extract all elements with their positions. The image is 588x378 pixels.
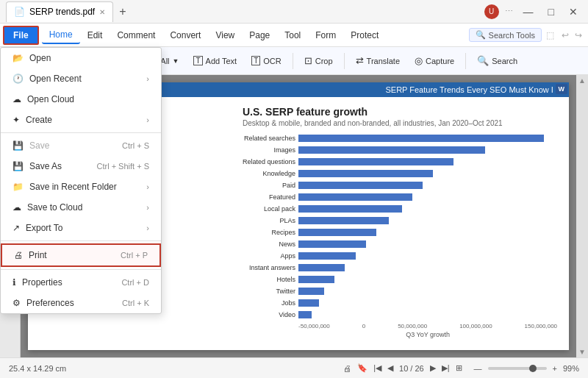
file-menu[interactable]: File [3, 26, 39, 45]
zoom-in-button[interactable]: + [553, 364, 557, 373]
export-arrow: › [146, 224, 149, 232]
menu-edit[interactable]: Edit [80, 27, 110, 43]
file-dropdown: 📂Open 🕐Open Recent › ☁Open Cloud ✦Create… [0, 47, 162, 314]
translate-button[interactable]: ⇄ Translate [349, 51, 406, 70]
menu-view[interactable]: View [208, 27, 242, 43]
properties-shortcut: Ctrl + D [121, 278, 149, 287]
dropdown-open-recent[interactable]: 🕐Open Recent › [1, 68, 161, 89]
save-label: Save [29, 140, 49, 151]
capture-label: Capture [426, 57, 454, 65]
toolbar-icon1[interactable]: ⬚ [542, 30, 559, 40]
menu-dots[interactable]: ⋯ [505, 7, 513, 16]
create-arrow-icon: › [146, 115, 149, 124]
next-page-button[interactable]: ▶| [442, 363, 450, 373]
bar-13 [298, 288, 324, 295]
add-text-button[interactable]: T Add Text [187, 52, 243, 69]
bar-row-7 [298, 215, 557, 226]
toolbar-icon2[interactable]: ↩ [559, 30, 572, 40]
ocr-label: OCR [263, 57, 281, 65]
close-button[interactable]: ✕ [564, 4, 582, 19]
crop-label: Crop [315, 57, 333, 65]
menu-tool[interactable]: Tool [277, 27, 308, 43]
bar-row-14 [298, 298, 557, 308]
properties-icon: ℹ [12, 277, 16, 288]
scroll-up-button[interactable]: ▲ [578, 76, 586, 85]
search-button[interactable]: 🔍 Search [470, 51, 524, 70]
menu-home[interactable]: Home [42, 26, 80, 44]
dropdown-save[interactable]: 💾Save Ctrl + S [1, 135, 161, 156]
save-as-shortcut: Ctrl + Shift + S [96, 162, 149, 171]
dropdown-export[interactable]: ↗Export To › [1, 218, 161, 238]
chart-title: U.S. SERP feature growth [243, 106, 557, 118]
capture-button[interactable]: ◎ Capture [408, 51, 461, 70]
new-tab-button[interactable]: + [119, 5, 126, 18]
label-4: Paid [243, 180, 295, 190]
dropdown-save-cloud[interactable]: ☁Save to Cloud › [1, 197, 161, 218]
label-15: Video [243, 310, 295, 320]
zoom-out-button[interactable]: — [474, 364, 482, 373]
tab-close-button[interactable]: ✕ [99, 8, 105, 16]
preferences-shortcut: Ctrl + K [122, 299, 149, 307]
maximize-button[interactable]: □ [544, 4, 559, 19]
dropdown-open[interactable]: 📂Open [1, 48, 161, 68]
save-recent-label: Save in Recent Folder [29, 182, 117, 192]
menu-protect[interactable]: Protect [343, 27, 386, 43]
label-0: Related searches [243, 133, 295, 143]
fit-page-button[interactable]: ⊞ [456, 363, 462, 373]
bar-row-4 [298, 180, 557, 190]
dropdown-open-cloud[interactable]: ☁Open Cloud [1, 89, 161, 110]
dropdown-create[interactable]: ✦Create › [1, 110, 161, 130]
print-status-icon[interactable]: 🖨 [343, 364, 351, 373]
bar-2 [298, 158, 453, 165]
bar-row-11 [298, 263, 557, 273]
translate-icon: ⇄ [356, 55, 364, 66]
bar-row-6 [298, 204, 557, 214]
menu-form[interactable]: Form [308, 27, 343, 43]
dropdown-save-recent[interactable]: 📁Save in Recent Folder › [1, 176, 161, 197]
page-prev-button[interactable]: ◀ [387, 363, 393, 373]
page-next-button[interactable]: ▶ [430, 363, 436, 373]
chart-container: Related searches Images Related question… [243, 133, 557, 338]
right-scrollbar[interactable]: ▲ ▼ [576, 75, 588, 357]
save-cloud-label: Save to Cloud [27, 202, 82, 213]
prev-page-button[interactable]: |◀ [373, 363, 381, 373]
minimize-button[interactable]: — [519, 4, 538, 19]
open-icon: 📂 [12, 53, 24, 63]
dropdown-preferences[interactable]: ⚙Preferences Ctrl + K [1, 293, 161, 313]
bar-7 [298, 217, 389, 224]
menu-page[interactable]: Page [242, 27, 277, 43]
toolbar-icon3[interactable]: ↪ [572, 30, 585, 40]
scroll-down-button[interactable]: ▼ [578, 348, 586, 356]
menu-convert[interactable]: Convert [162, 27, 208, 43]
dropdown-print[interactable]: 🖨Print Ctrl + P [1, 243, 161, 267]
separator2 [293, 53, 293, 69]
search-tools[interactable]: 🔍 Search Tools [469, 28, 542, 42]
chart-bars [298, 133, 557, 320]
x-label-0: -50,000,000 [298, 323, 330, 329]
chart-subtitle: Desktop & mobile, branded and non-brande… [243, 119, 557, 127]
print-menu-icon: 🖨 [14, 250, 23, 260]
bar-5 [298, 193, 412, 201]
ocr-button[interactable]: T OCR [245, 52, 288, 69]
save-cloud-icon: ☁ [12, 202, 21, 213]
x-label-3: 100,000,000 [459, 323, 492, 329]
separator4 [465, 53, 466, 69]
bar-11 [298, 264, 345, 271]
dropdown-properties[interactable]: ℹProperties Ctrl + D [1, 272, 161, 293]
label-13: Twitter [243, 286, 295, 296]
label-8: Recipes [243, 227, 295, 238]
bookmark-icon[interactable]: 🔖 [357, 363, 368, 373]
chart-x-title: Q3 YoY growth [298, 331, 557, 338]
dimensions-label: 25.4 x 14.29 cm [9, 364, 66, 373]
pdf-right-chart: U.S. SERP feature growth Desktop & mobil… [243, 106, 557, 338]
bar-row-10 [298, 251, 557, 261]
x-label-2: 50,000,000 [398, 323, 427, 329]
dropdown-save-as[interactable]: 💾Save As Ctrl + Shift + S [1, 156, 161, 176]
bar-row-1 [298, 145, 557, 155]
menu-comment[interactable]: Comment [110, 27, 162, 43]
bar-row-2 [298, 157, 557, 167]
zoom-slider[interactable] [488, 367, 547, 370]
crop-button[interactable]: ⊡ Crop [298, 51, 340, 70]
document-tab[interactable]: 📄 SERP trends.pdf ✕ [6, 1, 113, 22]
save-cloud-arrow: › [146, 203, 149, 212]
